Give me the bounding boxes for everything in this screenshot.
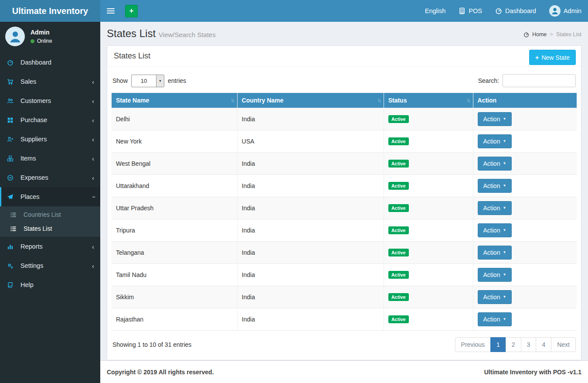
users-icon <box>7 98 17 104</box>
sidebar-item-sales[interactable]: Sales‹ <box>0 72 100 91</box>
breadcrumb-current: States List <box>556 31 581 38</box>
page-title: States ListView/Search States <box>107 27 216 40</box>
sidebar-item-states-list[interactable]: States List <box>0 222 100 236</box>
new-state-button[interactable]: + New State <box>529 50 576 65</box>
country-name-cell: India <box>237 175 384 197</box>
sidebar: Admin Online Dashboard Sales‹ Customers‹… <box>0 22 100 383</box>
country-name-cell: India <box>237 108 384 130</box>
pagination-page-2[interactable]: 2 <box>506 337 521 352</box>
country-name-cell: India <box>237 308 384 331</box>
caret-down-icon: ▼ <box>503 140 506 143</box>
caret-down-icon: ▼ <box>503 229 506 232</box>
state-name-cell: Uttar Pradesh <box>112 197 237 219</box>
version-text: Ultimate Inventory with POS -v1.1 <box>484 369 581 376</box>
quick-add-button[interactable]: + <box>125 5 138 17</box>
sidebar-item-places[interactable]: Places‹ <box>0 187 100 206</box>
action-dropdown-button[interactable]: Action ▼ <box>478 157 512 171</box>
action-cell: Action ▼ <box>473 242 577 264</box>
entries-label: entries <box>168 77 186 84</box>
sidebar-item-purchase[interactable]: Purchase‹ <box>0 110 100 130</box>
state-name-cell: West Bengal <box>112 153 237 175</box>
table-row: Uttarakhand India Active Action ▼ <box>112 175 577 197</box>
dashboard-icon <box>523 32 529 38</box>
status-cell: Active <box>384 197 473 219</box>
sidebar-item-label: Sales <box>20 78 36 85</box>
action-dropdown-button[interactable]: Action ▼ <box>478 246 512 260</box>
sidebar-item-expenses[interactable]: Expenses‹ <box>0 168 100 187</box>
status-badge: Active <box>388 249 409 256</box>
action-dropdown-button[interactable]: Action ▼ <box>478 201 512 215</box>
pagination-page-1[interactable]: 1 <box>490 337 506 352</box>
pagination-page-4[interactable]: 4 <box>536 337 551 352</box>
dashboard-icon <box>495 7 502 14</box>
action-dropdown-button[interactable]: Action ▼ <box>478 112 512 126</box>
sidebar-item-dashboard[interactable]: Dashboard <box>0 53 100 72</box>
action-dropdown-button[interactable]: Action ▼ <box>478 268 512 282</box>
sidebar-item-customers[interactable]: Customers‹ <box>0 91 100 110</box>
caret-down-icon: ▼ <box>503 117 506 121</box>
status-badge: Active <box>388 293 409 301</box>
language-menu[interactable]: English <box>425 7 446 14</box>
breadcrumb-home[interactable]: Home <box>532 31 547 38</box>
column-header-country-name[interactable]: Country Name ↑↓ <box>237 93 384 108</box>
country-name-cell: India <box>237 197 384 219</box>
sidebar-item-items[interactable]: Items‹ <box>0 149 100 168</box>
status-cell: Active <box>384 153 473 175</box>
table-row: West Bengal India Active Action ▼ <box>112 153 577 175</box>
action-dropdown-button[interactable]: Action ▼ <box>478 290 512 304</box>
action-dropdown-button[interactable]: Action ▼ <box>478 223 512 237</box>
sidebar-item-label: Customers <box>20 97 51 104</box>
pagination-page-3[interactable]: 3 <box>521 337 537 352</box>
action-dropdown-button[interactable]: Action ▼ <box>478 312 512 326</box>
breadcrumb: Home > States List <box>523 31 581 38</box>
country-name-cell: India <box>237 264 384 286</box>
book-icon <box>7 282 17 288</box>
page-size-select[interactable]: 10 ▼ <box>131 75 164 87</box>
gears-icon <box>7 263 17 269</box>
search-label: Search: <box>478 77 499 84</box>
sidebar-item-label: Suppliers <box>20 136 47 143</box>
status-cell: Active <box>384 130 473 153</box>
tachometer-icon <box>7 59 17 66</box>
pos-link[interactable]: POS <box>459 7 482 14</box>
chevron-left-icon: ‹ <box>92 136 94 143</box>
status-badge: Active <box>388 115 409 123</box>
search-input[interactable] <box>503 74 576 87</box>
app-logo[interactable]: Ultimate Inventory <box>0 0 100 22</box>
sidebar-item-suppliers[interactable]: Suppliers‹ <box>0 130 100 149</box>
pagination-next[interactable]: Next <box>551 337 576 352</box>
top-navbar: Ultimate Inventory + English POS <box>0 0 588 22</box>
chevron-left-icon: ‹ <box>92 174 94 181</box>
action-dropdown-button[interactable]: Action ▼ <box>478 179 512 193</box>
column-header-state-name[interactable]: State Name ↑↓ <box>112 93 237 108</box>
action-cell: Action ▼ <box>473 197 577 219</box>
sidebar-item-settings[interactable]: Settings‹ <box>0 256 100 275</box>
dashboard-link[interactable]: Dashboard <box>495 7 536 14</box>
chevron-down-icon: ‹ <box>90 196 96 198</box>
sidebar-item-help[interactable]: Help <box>0 275 100 294</box>
page-footer: Copyright © 2019 All rights reserved. Ul… <box>100 360 588 383</box>
status-cell: Active <box>384 264 473 286</box>
state-name-cell: Sikkim <box>112 286 237 308</box>
caret-down-icon: ▼ <box>503 318 506 321</box>
action-cell: Action ▼ <box>473 219 577 242</box>
column-header-status[interactable]: Status ↑↓ <box>384 93 473 108</box>
avatar <box>549 5 561 17</box>
navbar-main: + English POS <box>100 0 588 22</box>
user-menu[interactable]: Admin <box>549 5 581 17</box>
user-status: Online <box>31 38 52 44</box>
action-dropdown-button[interactable]: Action ▼ <box>478 134 512 148</box>
sidebar-item-label: Places <box>20 193 40 200</box>
status-badge: Active <box>388 137 409 145</box>
list-icon <box>10 212 20 218</box>
pagination-previous[interactable]: Previous <box>455 337 491 352</box>
country-name-cell: India <box>237 219 384 242</box>
sidebar-item-countries-list[interactable]: Countries List <box>0 208 100 222</box>
minus-circle-icon <box>7 174 17 181</box>
sidebar-item-reports[interactable]: Reports‹ <box>0 237 100 256</box>
country-name-cell: USA <box>237 130 384 153</box>
caret-down-icon: ▼ <box>503 251 506 254</box>
country-name-cell: India <box>237 153 384 175</box>
th-large-icon <box>7 117 17 123</box>
sidebar-toggle-button[interactable] <box>107 0 122 22</box>
